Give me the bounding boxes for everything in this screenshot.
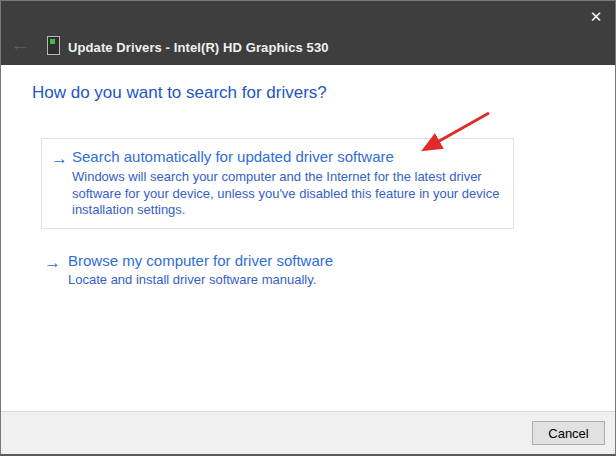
close-icon: ✕	[590, 8, 603, 25]
title-bar: ✕ ← Update Drivers - Intel(R) HD Graphic…	[1, 1, 615, 65]
back-button[interactable]: ←	[8, 34, 32, 56]
window-title: Update Drivers - Intel(R) HD Graphics 53…	[68, 40, 329, 55]
device-icon	[47, 36, 60, 55]
forward-arrow-icon: →	[51, 150, 68, 167]
back-icon: ←	[11, 34, 30, 55]
close-button[interactable]: ✕	[585, 7, 607, 27]
footer-bar: Cancel	[1, 411, 615, 454]
option-title: Browse my computer for driver software	[68, 252, 333, 269]
update-drivers-dialog: ✕ ← Update Drivers - Intel(R) HD Graphic…	[0, 0, 616, 456]
option-search-automatically[interactable]: → Search automatically for updated drive…	[41, 138, 514, 229]
option-description: Locate and install driver software manua…	[68, 272, 515, 289]
option-title: Search automatically for updated driver …	[72, 148, 394, 165]
forward-arrow-icon: →	[44, 254, 61, 271]
option-browse-computer[interactable]: → Browse my computer for driver software…	[41, 245, 514, 287]
option-description: Windows will search your computer and th…	[72, 169, 519, 219]
page-title: How do you want to search for drivers?	[32, 83, 327, 103]
device-led	[50, 39, 55, 44]
cancel-button[interactable]: Cancel	[532, 421, 605, 445]
